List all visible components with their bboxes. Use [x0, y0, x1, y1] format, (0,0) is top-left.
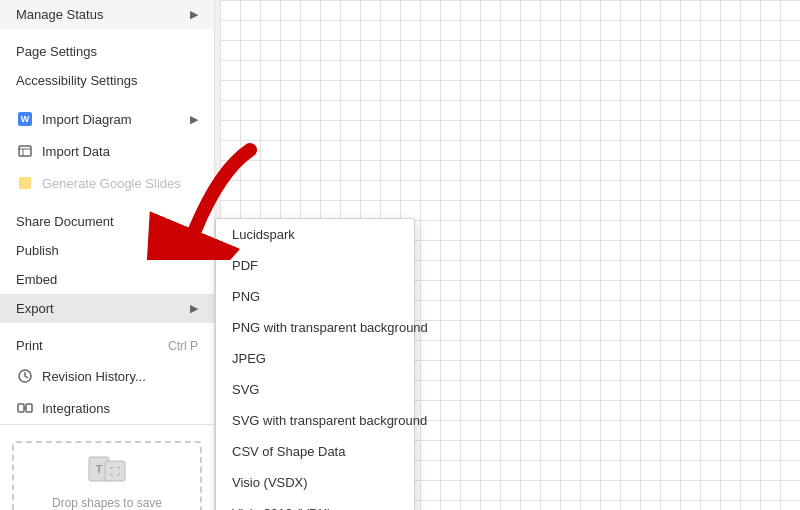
menu-item-import-diagram[interactable]: W Import Diagram ▶: [0, 103, 214, 135]
menu-item-manage-status[interactable]: Manage Status ▶: [0, 0, 214, 29]
export-submenu: Lucidspark PDF PNG PNG with transparent …: [215, 218, 415, 510]
export-lucidspark[interactable]: Lucidspark: [216, 219, 414, 250]
export-arrow: ▶: [190, 302, 198, 315]
revision-history-icon: [16, 367, 34, 385]
import-diagram-icon: W: [16, 110, 34, 128]
menu-item-integrations[interactable]: Integrations: [0, 392, 214, 424]
export-csv[interactable]: CSV of Shape Data: [216, 436, 414, 467]
menu-item-page-settings[interactable]: Page Settings: [0, 37, 214, 66]
drop-shapes-label: Drop shapes to save: [52, 496, 162, 510]
menu-item-embed[interactable]: Embed: [0, 265, 214, 294]
export-svg-transparent[interactable]: SVG with transparent background: [216, 405, 414, 436]
menu-item-accessibility-settings[interactable]: Accessibility Settings: [0, 66, 214, 95]
menu-item-export[interactable]: Export ▶: [0, 294, 214, 323]
export-visio-vdx[interactable]: Visio 2010 (VDX): [216, 498, 414, 510]
menu-item-print[interactable]: Print Ctrl P: [0, 331, 214, 360]
menu-panel: Manage Status ▶ Page Settings Accessibil…: [0, 0, 215, 510]
menu-item-share-document[interactable]: Share Document: [0, 207, 214, 236]
import-diagram-label: Import Diagram: [42, 112, 132, 127]
svg-rect-5: [19, 177, 31, 189]
print-shortcut: Ctrl P: [168, 339, 198, 353]
menu-item-generate-google-slides: Generate Google Slides: [0, 167, 214, 199]
import-diagram-arrow: ▶: [190, 113, 198, 126]
embed-label: Embed: [16, 272, 57, 287]
import-data-label: Import Data: [42, 144, 110, 159]
export-svg[interactable]: SVG: [216, 374, 414, 405]
export-visio-vsdx[interactable]: Visio (VSDX): [216, 467, 414, 498]
integrations-label: Integrations: [42, 401, 110, 416]
export-label: Export: [16, 301, 54, 316]
manage-status-label: Manage Status: [16, 7, 103, 22]
export-png[interactable]: PNG: [216, 281, 414, 312]
svg-text:W: W: [21, 114, 30, 124]
generate-google-slides-label: Generate Google Slides: [42, 176, 181, 191]
export-png-transparent[interactable]: PNG with transparent background: [216, 312, 414, 343]
import-data-icon: [16, 142, 34, 160]
integrations-icon: [16, 399, 34, 417]
google-slides-icon: [16, 174, 34, 192]
svg-text:T: T: [96, 463, 103, 475]
revision-history-label: Revision History...: [42, 369, 146, 384]
print-label: Print: [16, 338, 43, 353]
menu-item-revision-history[interactable]: Revision History...: [0, 360, 214, 392]
menu-item-publish[interactable]: Publish: [0, 236, 214, 265]
page-settings-label: Page Settings: [16, 44, 97, 59]
svg-text:⛶: ⛶: [110, 466, 120, 477]
export-jpeg[interactable]: JPEG: [216, 343, 414, 374]
publish-label: Publish: [16, 243, 59, 258]
menu-item-import-data[interactable]: Import Data: [0, 135, 214, 167]
svg-rect-7: [18, 404, 24, 412]
svg-rect-8: [26, 404, 32, 412]
svg-rect-2: [19, 146, 31, 156]
accessibility-settings-label: Accessibility Settings: [16, 73, 137, 88]
drop-shapes-box: T ⛶ Drop shapes to save: [12, 441, 202, 510]
export-pdf[interactable]: PDF: [216, 250, 414, 281]
manage-status-arrow: ▶: [190, 8, 198, 21]
sidebar-bottom: T ⛶ Drop shapes to save + Shape Library …: [0, 424, 214, 510]
share-document-label: Share Document: [16, 214, 114, 229]
drop-shapes-icon: T ⛶: [87, 453, 127, 492]
